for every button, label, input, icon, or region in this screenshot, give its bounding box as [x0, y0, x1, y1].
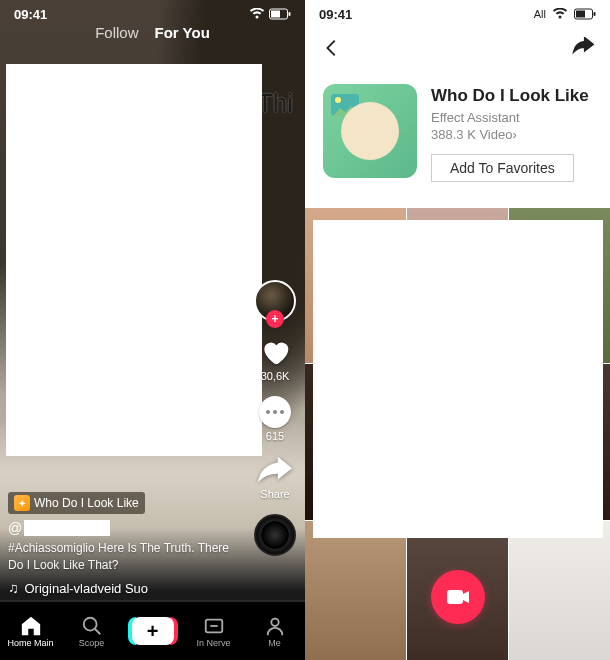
feed-tabs: Follow For You	[0, 24, 305, 41]
svg-line-4	[94, 628, 100, 634]
svg-point-3	[83, 617, 96, 630]
profile-icon	[264, 615, 286, 637]
follow-plus-icon[interactable]: +	[266, 310, 284, 328]
carrier-label: All	[534, 8, 546, 20]
share-label: Share	[260, 488, 289, 500]
tab-for-you[interactable]: For You	[155, 24, 210, 41]
back-button[interactable]	[321, 37, 343, 59]
redaction-overlay-right	[313, 220, 603, 538]
nav-inbox-label: In Nerve	[196, 638, 230, 648]
username-at: @	[8, 520, 22, 536]
plus-icon: +	[147, 620, 159, 643]
heart-icon	[259, 336, 291, 368]
phone-right-effect-detail: 09:41 All Who Do I Look Like Effect Assi…	[305, 0, 610, 660]
effect-tag-label: Who Do I Look Like	[34, 496, 139, 510]
nav-search[interactable]: Scope	[61, 615, 122, 648]
nav-me-label: Me	[268, 638, 281, 648]
status-time: 09:41	[14, 7, 47, 22]
wifi-icon	[249, 8, 265, 20]
nav-inbox[interactable]: In Nerve	[183, 615, 244, 648]
redaction-overlay-left	[6, 64, 262, 456]
sound-disc[interactable]	[254, 514, 296, 556]
status-time-right: 09:41	[319, 7, 352, 22]
svg-rect-9	[594, 12, 596, 16]
nav-me[interactable]: Me	[244, 615, 305, 648]
tab-follow[interactable]: Follow	[95, 24, 138, 41]
username-redacted	[24, 520, 110, 536]
record-button[interactable]	[431, 570, 485, 624]
share-arrow-icon	[258, 456, 292, 486]
camera-icon	[446, 587, 470, 607]
search-icon	[81, 615, 103, 637]
share-button-top[interactable]	[572, 37, 594, 59]
effect-sparkle-icon: ✦	[14, 495, 30, 511]
svg-rect-1	[271, 11, 280, 18]
grid-tile[interactable]	[305, 521, 406, 660]
effect-header: Who Do I Look Like Effect Assistant 388.…	[305, 84, 610, 182]
share-button[interactable]: Share	[258, 456, 292, 500]
nav-home-label: Home Main	[7, 638, 53, 648]
effect-author[interactable]: Effect Assistant	[431, 110, 592, 125]
sound-row[interactable]: ♫ Original-vladveid Suo	[8, 580, 235, 596]
wifi-icon	[552, 8, 568, 20]
status-icons	[249, 8, 291, 20]
like-button[interactable]: 30,6K	[259, 336, 291, 382]
effect-video-count[interactable]: 388.3 K Video›	[431, 127, 592, 142]
thumb-face-icon	[341, 102, 399, 160]
phone-left-feed: 09:41 Follow For You Thi + 30,6K	[0, 0, 305, 660]
home-icon	[20, 615, 42, 637]
battery-icon	[574, 8, 596, 20]
effect-title: Who Do I Look Like	[431, 86, 592, 106]
comment-icon	[259, 396, 291, 428]
svg-rect-10	[447, 590, 463, 604]
effect-tag[interactable]: ✦ Who Do I Look Like	[8, 492, 145, 514]
music-note-icon: ♫	[8, 580, 19, 596]
nav-home[interactable]: Home Main	[0, 615, 61, 648]
topbar	[305, 28, 610, 68]
comment-count: 615	[266, 430, 284, 442]
dual-phone-screenshot: 09:41 Follow For You Thi + 30,6K	[0, 0, 610, 660]
nav-search-label: Scope	[79, 638, 105, 648]
status-bar-left: 09:41	[0, 0, 305, 24]
battery-icon	[269, 8, 291, 20]
nav-create[interactable]: +	[122, 617, 183, 645]
video-info-overlay: ✦ Who Do I Look Like @ #Achiassomiglio H…	[8, 492, 235, 596]
bottom-nav: Home Main Scope + In Nerve Me	[0, 602, 305, 660]
status-bar-right: 09:41 All	[305, 0, 610, 24]
like-count: 30,6K	[261, 370, 290, 382]
effect-meta: Who Do I Look Like Effect Assistant 388.…	[431, 84, 592, 182]
inbox-icon	[203, 615, 225, 637]
comment-button[interactable]: 615	[259, 396, 291, 442]
right-action-rail: + 30,6K 615 Share	[251, 280, 299, 556]
svg-rect-8	[576, 11, 585, 18]
grid-tile[interactable]	[509, 521, 610, 660]
effect-overlay-text: Thi	[257, 88, 293, 119]
username-row[interactable]: @	[8, 520, 235, 536]
sound-title: Original-vladveid Suo	[25, 581, 149, 596]
effect-thumbnail[interactable]	[323, 84, 417, 178]
video-caption[interactable]: #Achiassomiglio Here Is The Truth. There…	[8, 540, 235, 574]
svg-point-6	[271, 618, 278, 625]
svg-rect-2	[289, 12, 291, 16]
author-avatar[interactable]: +	[254, 280, 296, 322]
create-button: +	[132, 617, 174, 645]
add-favorites-button[interactable]: Add To Favorites	[431, 154, 574, 182]
